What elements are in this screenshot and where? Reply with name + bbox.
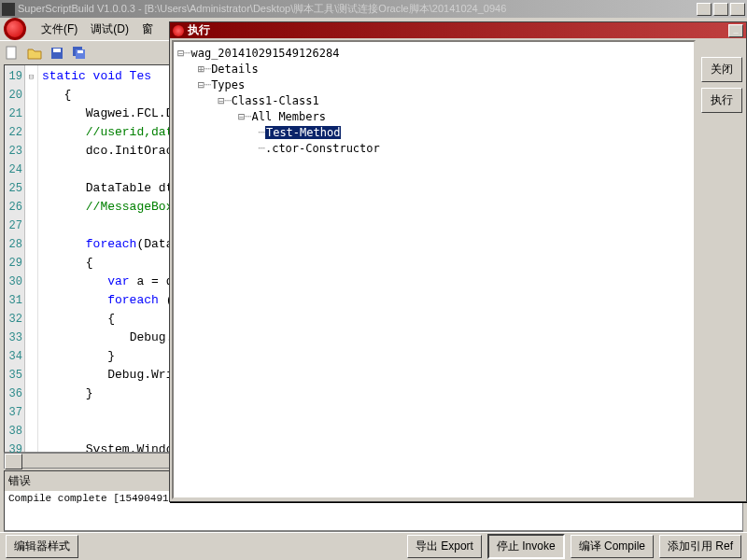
execute-dialog: 执行 _ ⊟┈wag_201410291549126284 ⊞┈Details …: [169, 21, 747, 502]
tree-class[interactable]: Class1-Class1: [232, 94, 319, 107]
menu-window[interactable]: 窗: [136, 20, 159, 39]
export-button[interactable]: 导出 Export: [407, 535, 482, 558]
svg-rect-5: [78, 50, 83, 53]
add-ref-button[interactable]: 添加引用 Ref: [659, 535, 741, 558]
line-gutter: 1920212223242526272829303132333435363738…: [5, 65, 25, 452]
stop-invoke-button[interactable]: 停止 Invoke: [487, 534, 565, 559]
window-title: SuperScriptBuild V1.0.0.3 - [B:\Users\Ad…: [18, 2, 697, 16]
tree-test-method[interactable]: Test-Method: [265, 126, 341, 139]
tree-root[interactable]: wag_201410291549126284: [190, 47, 339, 60]
assembly-tree[interactable]: ⊟┈wag_201410291549126284 ⊞┈Details ⊟┈Typ…: [172, 40, 696, 499]
svg-rect-0: [7, 47, 16, 59]
app-icon: [2, 3, 15, 16]
dialog-minimize-button[interactable]: _: [728, 24, 743, 37]
dialog-icon: [173, 25, 184, 36]
logo-icon: [4, 18, 26, 40]
dialog-run-button[interactable]: 执行: [701, 88, 742, 113]
tree-members[interactable]: All Members: [251, 110, 325, 123]
editor-style-button[interactable]: 编辑器样式: [6, 535, 78, 558]
new-file-icon[interactable]: [4, 45, 21, 62]
tree-details[interactable]: Details: [211, 63, 259, 76]
compile-button[interactable]: 编译 Compile: [571, 535, 654, 558]
dialog-titlebar[interactable]: 执行 _: [170, 22, 746, 38]
fold-column: ⊟: [25, 65, 38, 452]
tree-types[interactable]: Types: [211, 78, 245, 91]
menu-debug[interactable]: 调试(D): [85, 20, 134, 39]
dialog-side-buttons: 关闭 执行: [698, 38, 746, 501]
open-file-icon[interactable]: [26, 45, 43, 62]
save-all-icon[interactable]: [71, 45, 88, 62]
save-icon[interactable]: [49, 45, 65, 62]
menu-file[interactable]: 文件(F): [35, 20, 83, 39]
close-button[interactable]: ×: [730, 3, 745, 16]
svg-rect-2: [53, 49, 61, 52]
dialog-close-button[interactable]: 关闭: [701, 57, 742, 82]
main-titlebar: SuperScriptBuild V1.0.0.3 - [B:\Users\Ad…: [0, 0, 747, 18]
maximize-button[interactable]: □: [713, 3, 728, 16]
minimize-button[interactable]: _: [697, 3, 712, 16]
tree-ctor[interactable]: .ctor-Constructor: [265, 142, 380, 155]
dialog-title: 执行: [188, 22, 728, 38]
bottom-toolbar: 编辑器样式 导出 Export 停止 Invoke 编译 Compile 添加引…: [0, 532, 747, 560]
